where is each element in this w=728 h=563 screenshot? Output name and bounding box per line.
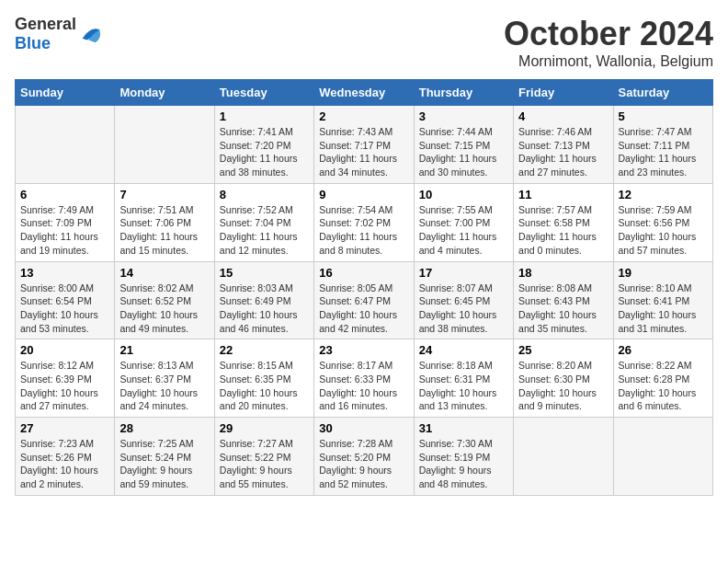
day-number: 20 <box>20 343 109 357</box>
day-number: 16 <box>319 266 408 280</box>
weekday-header-sunday: Sunday <box>16 80 115 106</box>
day-info: Sunrise: 8:22 AMSunset: 6:28 PMDaylight:… <box>619 359 708 413</box>
day-info: Sunrise: 8:08 AMSunset: 6:43 PMDaylight:… <box>518 282 608 336</box>
day-number: 28 <box>119 421 209 435</box>
page-header: General Blue October 2024 Mornimont, Wal… <box>15 15 713 70</box>
title-section: October 2024 Mornimont, Wallonia, Belgiu… <box>504 15 713 70</box>
day-number: 13 <box>20 266 109 280</box>
day-info: Sunrise: 7:44 AMSunset: 7:15 PMDaylight:… <box>419 125 508 179</box>
weekday-header-thursday: Thursday <box>414 80 513 106</box>
day-number: 26 <box>619 343 708 357</box>
day-info: Sunrise: 7:47 AMSunset: 7:11 PMDaylight:… <box>619 125 708 179</box>
day-info: Sunrise: 7:49 AMSunset: 7:09 PMDaylight:… <box>20 203 109 258</box>
day-number: 22 <box>220 343 309 357</box>
calendar-cell: 20Sunrise: 8:12 AMSunset: 6:39 PMDayligh… <box>16 339 115 418</box>
calendar-cell: 1Sunrise: 7:41 AMSunset: 7:20 PMDaylight… <box>214 106 313 184</box>
calendar-cell: 2Sunrise: 7:43 AMSunset: 7:17 PMDaylight… <box>314 106 414 184</box>
calendar-cell: 11Sunrise: 7:57 AMSunset: 6:58 PMDayligh… <box>514 183 613 261</box>
day-info: Sunrise: 8:00 AMSunset: 6:54 PMDaylight:… <box>20 282 109 336</box>
calendar-cell: 31Sunrise: 7:30 AMSunset: 5:19 PMDayligh… <box>414 418 513 496</box>
day-info: Sunrise: 8:03 AMSunset: 6:49 PMDaylight:… <box>220 282 309 336</box>
logo-icon <box>78 21 104 47</box>
calendar-cell: 9Sunrise: 7:54 AMSunset: 7:02 PMDaylight… <box>314 183 414 261</box>
calendar-cell: 14Sunrise: 8:02 AMSunset: 6:52 PMDayligh… <box>115 261 214 339</box>
calendar-cell <box>514 418 613 496</box>
day-info: Sunrise: 7:59 AMSunset: 6:56 PMDaylight:… <box>619 203 708 258</box>
day-number: 27 <box>20 421 109 435</box>
weekday-header-saturday: Saturday <box>613 80 712 106</box>
day-info: Sunrise: 7:41 AMSunset: 7:20 PMDaylight:… <box>220 125 309 179</box>
calendar-week-row: 6Sunrise: 7:49 AMSunset: 7:09 PMDaylight… <box>16 183 713 261</box>
day-info: Sunrise: 8:07 AMSunset: 6:45 PMDaylight:… <box>419 282 508 336</box>
calendar-cell: 15Sunrise: 8:03 AMSunset: 6:49 PMDayligh… <box>214 261 313 339</box>
day-number: 12 <box>619 188 708 201</box>
day-info: Sunrise: 8:17 AMSunset: 6:33 PMDaylight:… <box>319 359 408 413</box>
day-number: 4 <box>518 109 608 123</box>
day-info: Sunrise: 7:25 AMSunset: 5:24 PMDaylight:… <box>119 437 209 491</box>
weekday-header-monday: Monday <box>115 80 214 106</box>
calendar-cell: 7Sunrise: 7:51 AMSunset: 7:06 PMDaylight… <box>115 183 214 261</box>
day-number: 29 <box>220 421 309 435</box>
day-info: Sunrise: 8:18 AMSunset: 6:31 PMDaylight:… <box>419 359 508 413</box>
calendar-week-row: 13Sunrise: 8:00 AMSunset: 6:54 PMDayligh… <box>16 261 713 339</box>
calendar-cell: 23Sunrise: 8:17 AMSunset: 6:33 PMDayligh… <box>314 339 414 418</box>
month-title: October 2024 <box>504 15 713 53</box>
day-number: 1 <box>220 109 309 123</box>
day-info: Sunrise: 8:15 AMSunset: 6:35 PMDaylight:… <box>220 359 309 413</box>
calendar-cell: 6Sunrise: 7:49 AMSunset: 7:09 PMDaylight… <box>16 183 115 261</box>
calendar-cell: 16Sunrise: 8:05 AMSunset: 6:47 PMDayligh… <box>314 261 414 339</box>
calendar-week-row: 20Sunrise: 8:12 AMSunset: 6:39 PMDayligh… <box>16 339 713 418</box>
location-title: Mornimont, Wallonia, Belgium <box>504 53 713 70</box>
day-info: Sunrise: 7:57 AMSunset: 6:58 PMDaylight:… <box>518 203 608 258</box>
calendar-cell: 21Sunrise: 8:13 AMSunset: 6:37 PMDayligh… <box>115 339 214 418</box>
calendar-cell: 25Sunrise: 8:20 AMSunset: 6:30 PMDayligh… <box>514 339 613 418</box>
weekday-header-wednesday: Wednesday <box>314 80 414 106</box>
day-info: Sunrise: 8:13 AMSunset: 6:37 PMDaylight:… <box>119 359 209 413</box>
day-number: 5 <box>619 109 708 123</box>
day-number: 19 <box>619 266 708 280</box>
logo-text: General Blue <box>15 15 76 53</box>
calendar-cell: 27Sunrise: 7:23 AMSunset: 5:26 PMDayligh… <box>16 418 115 496</box>
day-number: 21 <box>119 343 209 357</box>
calendar-cell: 17Sunrise: 8:07 AMSunset: 6:45 PMDayligh… <box>414 261 513 339</box>
day-info: Sunrise: 7:55 AMSunset: 7:00 PMDaylight:… <box>419 203 508 258</box>
day-number: 15 <box>220 266 309 280</box>
calendar-cell: 18Sunrise: 8:08 AMSunset: 6:43 PMDayligh… <box>514 261 613 339</box>
day-number: 10 <box>419 188 508 201</box>
day-number: 30 <box>319 421 408 435</box>
day-number: 17 <box>419 266 508 280</box>
calendar-cell: 10Sunrise: 7:55 AMSunset: 7:00 PMDayligh… <box>414 183 513 261</box>
day-info: Sunrise: 7:43 AMSunset: 7:17 PMDaylight:… <box>319 125 408 179</box>
day-number: 14 <box>119 266 209 280</box>
day-info: Sunrise: 7:27 AMSunset: 5:22 PMDaylight:… <box>220 437 309 491</box>
day-info: Sunrise: 7:51 AMSunset: 7:06 PMDaylight:… <box>119 203 209 258</box>
calendar-week-row: 27Sunrise: 7:23 AMSunset: 5:26 PMDayligh… <box>16 418 713 496</box>
day-info: Sunrise: 7:52 AMSunset: 7:04 PMDaylight:… <box>220 203 309 258</box>
day-number: 8 <box>220 188 309 201</box>
calendar-cell: 8Sunrise: 7:52 AMSunset: 7:04 PMDaylight… <box>214 183 313 261</box>
day-number: 3 <box>419 109 508 123</box>
calendar-cell: 3Sunrise: 7:44 AMSunset: 7:15 PMDaylight… <box>414 106 513 184</box>
calendar-cell: 19Sunrise: 8:10 AMSunset: 6:41 PMDayligh… <box>613 261 712 339</box>
calendar-cell: 29Sunrise: 7:27 AMSunset: 5:22 PMDayligh… <box>214 418 313 496</box>
calendar-cell: 30Sunrise: 7:28 AMSunset: 5:20 PMDayligh… <box>314 418 414 496</box>
calendar-cell <box>115 106 214 184</box>
day-info: Sunrise: 8:12 AMSunset: 6:39 PMDaylight:… <box>20 359 109 413</box>
calendar-cell: 24Sunrise: 8:18 AMSunset: 6:31 PMDayligh… <box>414 339 513 418</box>
day-info: Sunrise: 8:10 AMSunset: 6:41 PMDaylight:… <box>619 282 708 336</box>
day-number: 9 <box>319 188 408 201</box>
logo-general: General <box>15 15 76 33</box>
day-number: 6 <box>20 188 109 201</box>
day-number: 24 <box>419 343 508 357</box>
calendar-cell <box>613 418 712 496</box>
calendar-cell: 4Sunrise: 7:46 AMSunset: 7:13 PMDaylight… <box>514 106 613 184</box>
day-number: 25 <box>518 343 608 357</box>
logo: General Blue <box>15 15 104 53</box>
day-info: Sunrise: 7:23 AMSunset: 5:26 PMDaylight:… <box>20 437 109 491</box>
day-info: Sunrise: 7:54 AMSunset: 7:02 PMDaylight:… <box>319 203 408 258</box>
weekday-header-tuesday: Tuesday <box>214 80 313 106</box>
day-number: 7 <box>119 188 209 201</box>
day-info: Sunrise: 8:05 AMSunset: 6:47 PMDaylight:… <box>319 282 408 336</box>
weekday-header-row: SundayMondayTuesdayWednesdayThursdayFrid… <box>16 80 713 106</box>
calendar-cell: 22Sunrise: 8:15 AMSunset: 6:35 PMDayligh… <box>214 339 313 418</box>
